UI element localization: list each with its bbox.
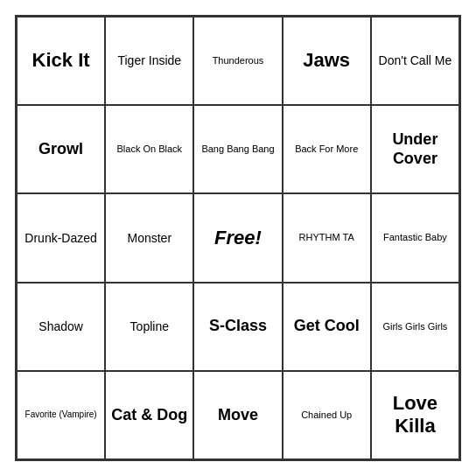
bingo-cell: Shadow [17,283,105,371]
bingo-cell: Chained Up [283,371,371,459]
bingo-cell: Cat & Dog [105,371,193,459]
bingo-cell: Love Killa [371,371,459,459]
bingo-cell: Drunk-Dazed [17,193,105,282]
bingo-cell: S-Class [193,283,282,371]
bingo-cell: Kick It [17,17,105,105]
bingo-cell: Tiger Inside [105,17,193,105]
bingo-cell: Under Cover [371,105,459,193]
bingo-board: Kick ItTiger InsideThunderousJawsDon't C… [15,15,461,461]
bingo-cell: Free! [193,193,282,282]
bingo-cell: Bang Bang Bang [193,105,282,193]
bingo-cell: Fantastic Baby [371,193,459,282]
bingo-cell: Get Cool [283,283,371,371]
bingo-cell: Don't Call Me [371,17,459,105]
bingo-cell: RHYTHM TA [283,193,371,282]
bingo-cell: Topline [105,283,193,371]
bingo-cell: Black On Black [105,105,193,193]
bingo-cell: Favorite (Vampire) [17,371,105,459]
bingo-cell: Growl [17,105,105,193]
bingo-cell: Girls Girls Girls [371,283,459,371]
bingo-cell: Back For More [283,105,371,193]
bingo-cell: Jaws [283,17,371,105]
bingo-cell: Thunderous [193,17,282,105]
bingo-cell: Monster [105,193,193,282]
bingo-cell: Move [193,371,282,459]
